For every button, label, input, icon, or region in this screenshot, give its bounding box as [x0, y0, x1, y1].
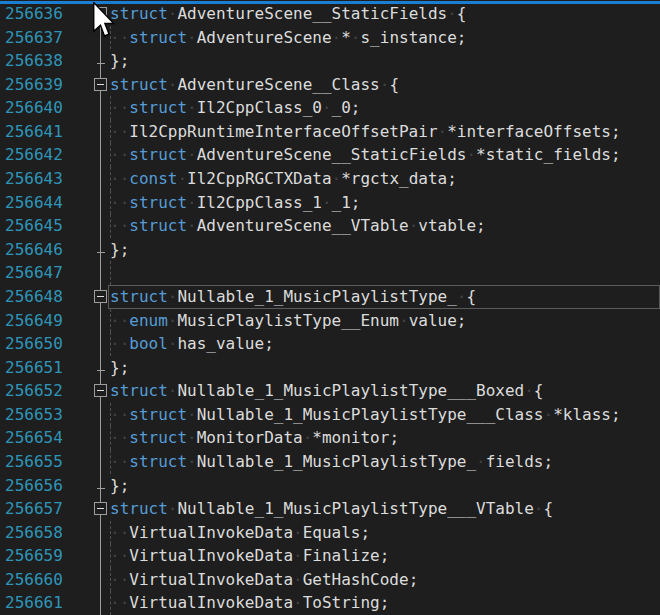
- fold-collapse-toggle[interactable]: [94, 502, 107, 515]
- whitespace-dots: ·: [293, 570, 303, 589]
- code-text[interactable]: ··struct·MonitorData·*monitor;: [110, 426, 399, 450]
- identifier-token: Nullable_1_MusicPlaylistType___VTable: [177, 499, 533, 518]
- whitespace-dots: ·: [534, 499, 544, 518]
- code-text[interactable]: ··VirtualInvokeData·GetHashCode;: [110, 568, 418, 592]
- keyword-token: const: [129, 169, 177, 188]
- whitespace-dots: ·: [168, 311, 178, 330]
- identifier-token: s_instance;: [360, 28, 466, 47]
- indent-guide: [110, 261, 111, 285]
- whitespace-dots: ·: [293, 546, 303, 565]
- whitespace-dots: ·: [293, 593, 303, 612]
- code-text[interactable]: ··VirtualInvokeData·Equals;: [110, 521, 370, 545]
- line-number: 256643: [5, 167, 63, 191]
- identifier-token: *monitor;: [312, 428, 399, 447]
- whitespace-dots: ··: [110, 145, 129, 164]
- code-line-row: 256649··enum·MusicPlaylistType__Enum·val…: [0, 309, 660, 333]
- identifier-token: };: [110, 240, 129, 259]
- code-text[interactable]: ··bool·has_value;: [110, 332, 274, 356]
- identifier-token: Il2CppRGCTXData: [187, 169, 332, 188]
- code-text[interactable]: ··const·Il2CppRGCTXData·*rgctx_data;: [110, 167, 457, 191]
- whitespace-dots: ·: [293, 523, 303, 542]
- identifier-token: Equals;: [303, 523, 370, 542]
- identifier-token: AdventureScene__StaticFields: [197, 145, 467, 164]
- line-number: 256657: [5, 497, 63, 521]
- whitespace-dots: ··: [110, 122, 129, 141]
- code-editor[interactable]: 256636struct·AdventureScene__StaticField…: [0, 0, 660, 615]
- whitespace-dots: ·: [168, 287, 178, 306]
- code-line-row: 256647: [0, 261, 660, 285]
- whitespace-dots: ·: [168, 4, 178, 23]
- whitespace-dots: ·: [187, 98, 197, 117]
- fold-collapse-toggle[interactable]: [94, 290, 107, 303]
- fold-end-tick: [97, 488, 105, 489]
- code-text[interactable]: };: [110, 49, 129, 73]
- line-number: 256649: [5, 309, 63, 333]
- identifier-token: *klass;: [553, 405, 620, 424]
- code-text[interactable]: ··struct·Il2CppClass_1·_1;: [110, 191, 360, 215]
- fold-collapse-toggle[interactable]: [94, 384, 107, 397]
- keyword-token: struct: [129, 452, 187, 471]
- code-text[interactable]: ··struct·AdventureScene·*·s_instance;: [110, 26, 466, 50]
- code-text[interactable]: };: [110, 356, 129, 380]
- whitespace-dots: ·: [168, 334, 178, 353]
- line-number: 256647: [5, 261, 63, 285]
- line-number: 256639: [5, 73, 63, 97]
- code-text[interactable]: };: [110, 474, 129, 498]
- code-text[interactable]: };: [110, 238, 129, 262]
- keyword-token: struct: [129, 428, 187, 447]
- whitespace-dots: ··: [110, 98, 129, 117]
- whitespace-dots: ··: [110, 216, 129, 235]
- code-text[interactable]: ··enum·MusicPlaylistType__Enum·value;: [110, 309, 466, 333]
- keyword-token: struct: [129, 193, 187, 212]
- code-text[interactable]: struct·Nullable_1_MusicPlaylistType_·{: [110, 285, 476, 309]
- code-line-row: 256646};: [0, 238, 660, 262]
- code-text[interactable]: ··struct·Il2CppClass_0·_0;: [110, 96, 360, 120]
- code-text[interactable]: ··struct·Nullable_1_MusicPlaylistType___…: [110, 403, 621, 427]
- minus-icon: [97, 390, 104, 391]
- code-text[interactable]: ··struct·AdventureScene__StaticFields·*s…: [110, 143, 621, 167]
- keyword-token: struct: [110, 4, 168, 23]
- code-line-row: 256655··struct·Nullable_1_MusicPlaylistT…: [0, 450, 660, 474]
- identifier-token: {: [457, 4, 467, 23]
- code-text[interactable]: ··struct·AdventureScene__VTable·vtable;: [110, 214, 486, 238]
- whitespace-dots: ·: [187, 405, 197, 424]
- whitespace-dots: ··: [110, 593, 129, 612]
- line-number: 256648: [5, 285, 63, 309]
- identifier-token: };: [110, 358, 129, 377]
- identifier-token: fields;: [486, 452, 553, 471]
- line-number: 256641: [5, 120, 63, 144]
- identifier-token: *: [341, 28, 351, 47]
- code-text[interactable]: struct·AdventureScene__Class·{: [110, 73, 399, 97]
- code-line-row: 256652struct·Nullable_1_MusicPlaylistTyp…: [0, 379, 660, 403]
- identifier-token: Finalize;: [303, 546, 390, 565]
- line-number: 256636: [5, 2, 63, 26]
- line-number: 256655: [5, 450, 63, 474]
- keyword-token: struct: [110, 381, 168, 400]
- whitespace-dots: ··: [110, 169, 129, 188]
- identifier-token: VirtualInvokeData: [129, 546, 293, 565]
- mouse-cursor-icon: [92, 2, 118, 42]
- identifier-token: AdventureScene__StaticFields: [177, 4, 447, 23]
- code-text[interactable]: ··Il2CppRuntimeInterfaceOffsetPair·*inte…: [110, 120, 621, 144]
- code-text[interactable]: ··struct·Nullable_1_MusicPlaylistType_·f…: [110, 450, 553, 474]
- code-text[interactable]: struct·Nullable_1_MusicPlaylistType___VT…: [110, 497, 553, 521]
- keyword-token: struct: [129, 405, 187, 424]
- code-text[interactable]: struct·Nullable_1_MusicPlaylistType___Bo…: [110, 379, 544, 403]
- code-line-row: 256661··VirtualInvokeData·ToString;: [0, 591, 660, 615]
- keyword-token: enum: [129, 311, 168, 330]
- minus-icon: [97, 508, 104, 509]
- minus-icon: [97, 296, 104, 297]
- keyword-token: struct: [129, 145, 187, 164]
- code-text[interactable]: ··VirtualInvokeData·Finalize;: [110, 544, 389, 568]
- code-text[interactable]: struct·AdventureScene__StaticFields·{: [110, 2, 466, 26]
- whitespace-dots: ··: [110, 334, 129, 353]
- identifier-token: Nullable_1_MusicPlaylistType_: [197, 452, 476, 471]
- whitespace-dots: ·: [476, 452, 486, 471]
- identifier-token: vtable;: [418, 216, 485, 235]
- whitespace-dots: ·: [168, 75, 178, 94]
- code-text[interactable]: ··VirtualInvokeData·ToString;: [110, 591, 389, 615]
- keyword-token: struct: [129, 98, 187, 117]
- whitespace-dots: ·: [466, 145, 476, 164]
- identifier-token: Nullable_1_MusicPlaylistType___Class: [197, 405, 544, 424]
- fold-collapse-toggle[interactable]: [94, 78, 107, 91]
